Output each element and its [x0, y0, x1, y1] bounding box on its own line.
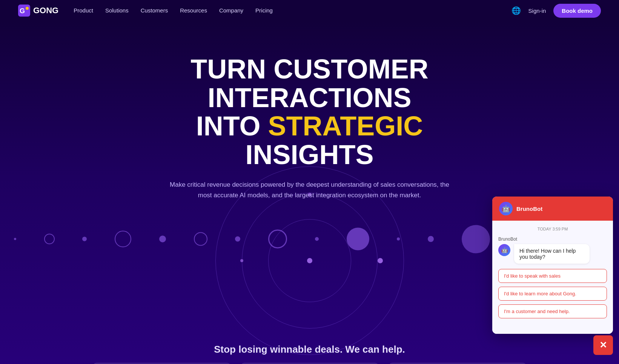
hero-subtitle: Make critical revenue decisions powered … — [166, 180, 453, 200]
chatbot-header: 🤖 BrunoBot — [492, 197, 613, 221]
chatbot-avatar-icon: 🤖 — [499, 202, 513, 215]
hero-tagline: Stop losing winnable deals. We can help. — [214, 344, 405, 355]
dot-decoration — [462, 225, 490, 253]
logo-icon: G — [18, 5, 30, 17]
chat-message-row: 🤖 Hi there! How can I help you today? — [498, 244, 607, 264]
chat-option-customer[interactable]: I'm a customer and need help. — [498, 304, 607, 318]
dot-decoration — [115, 231, 131, 247]
nav-item-company[interactable]: Company — [219, 7, 243, 14]
chat-sender-name: BrunoBot — [498, 237, 607, 242]
chatbot-name: BrunoBot — [516, 206, 542, 212]
dot-decoration — [159, 236, 166, 243]
hero-title-line2-end: INSIGHTS — [245, 140, 373, 170]
hero-title-line2-start: INTO — [196, 111, 268, 141]
circle-center-dot — [307, 258, 312, 263]
nav-item-customers[interactable]: Customers — [141, 7, 168, 14]
chatbot-body: TODAY 3:59 PM BrunoBot 🤖 Hi there! How c… — [492, 221, 613, 334]
nav-item-solutions[interactable]: Solutions — [105, 7, 129, 14]
chat-msg-avatar: 🤖 — [498, 244, 510, 256]
circle-right-dot — [378, 258, 383, 263]
hero-title-line1: TURN CUSTOMER INTERACTIONS — [190, 54, 429, 113]
hero-visualization — [197, 185, 423, 336]
circle-left-dot — [240, 259, 243, 262]
nav-item-product[interactable]: Product — [74, 7, 93, 14]
book-demo-button[interactable]: Book demo — [553, 4, 601, 18]
dot-decoration — [14, 238, 16, 240]
chatbot-panel: 🤖 BrunoBot TODAY 3:59 PM BrunoBot 🤖 Hi t… — [492, 197, 613, 334]
nav-actions: 🌐 Sign-in Book demo — [511, 4, 601, 18]
language-selector[interactable]: 🌐 — [511, 6, 521, 15]
nav-links: Product Solutions Customers Resources Co… — [74, 7, 511, 14]
svg-point-2 — [26, 7, 29, 10]
dot-decoration — [428, 236, 434, 242]
hero-title: TURN CUSTOMER INTERACTIONS INTO STRATEGI… — [147, 55, 472, 169]
chat-option-sales[interactable]: I'd like to speak with sales — [498, 269, 607, 283]
chat-option-learn[interactable]: I'd like to learn more about Gong. — [498, 287, 607, 301]
logo[interactable]: G GONG — [18, 5, 58, 17]
navbar: G GONG Product Solutions Customers Resou… — [0, 0, 619, 21]
hero-title-highlight: STRATEGIC — [268, 111, 423, 141]
chatbot-close-button[interactable]: ✕ — [593, 335, 613, 355]
chat-options: I'd like to speak with sales I'd like to… — [498, 269, 607, 318]
logo-text: GONG — [33, 6, 58, 15]
dot-decoration — [44, 234, 55, 244]
nav-item-resources[interactable]: Resources — [180, 7, 207, 14]
dot-decoration — [82, 237, 87, 241]
signin-button[interactable]: Sign-in — [528, 8, 546, 14]
svg-text:G: G — [20, 7, 25, 15]
chat-bubble-greeting: Hi there! How can I help you today? — [514, 244, 590, 264]
chat-timestamp: TODAY 3:59 PM — [498, 227, 607, 231]
close-icon: ✕ — [599, 340, 607, 350]
nav-item-pricing[interactable]: Pricing — [255, 7, 273, 14]
